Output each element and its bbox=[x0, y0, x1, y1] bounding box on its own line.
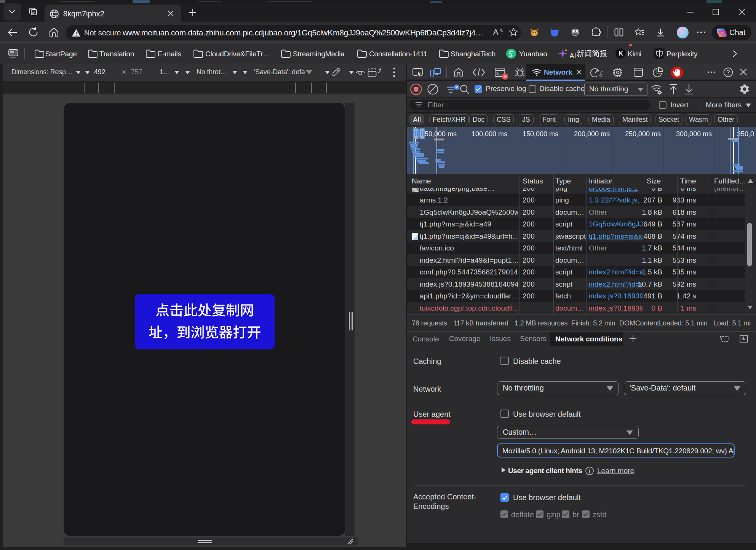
svg-text:A: A bbox=[493, 28, 499, 36]
svg-text:?: ? bbox=[726, 69, 730, 76]
